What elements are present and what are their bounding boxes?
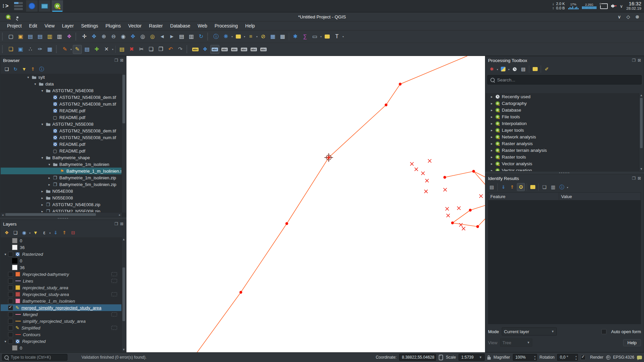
crs-button[interactable]: EPSG:4326	[613, 355, 634, 360]
layer-visibility-checkbox[interactable]	[8, 272, 13, 277]
toolbar-grip[interactable]	[2, 33, 5, 40]
menu-edit[interactable]: Edit	[25, 22, 41, 29]
add-selected-layer-button[interactable]: ❏	[3, 65, 11, 73]
tree-expander-icon[interactable]: ▾	[40, 156, 45, 160]
layer-visibility-checkbox[interactable]	[8, 252, 13, 257]
vertex-tool-button[interactable]: ✕▾	[102, 45, 111, 54]
paste-features-button[interactable]: ❐	[156, 45, 165, 54]
toolbox-gear-button[interactable]: ✱	[291, 32, 300, 41]
remove-layer-button[interactable]: ⊟	[69, 229, 77, 237]
show-hide-labels-button[interactable]: abc	[230, 45, 239, 54]
maximize-button[interactable]: ◇	[626, 14, 630, 19]
identify-features-button[interactable]: ⓘ	[212, 32, 221, 41]
toolbox-group-network-analysis[interactable]: ▸Network analysis	[486, 133, 643, 140]
highlight-pinned-labels-button[interactable]: abc	[210, 45, 219, 54]
panel-splitter[interactable]: ••••••	[0, 217, 126, 220]
panel-splitter[interactable]: ••••••	[485, 172, 644, 174]
expand-tree-button[interactable]: ⇓	[499, 183, 507, 191]
expand-all-layers-button[interactable]: ⇓	[52, 229, 60, 237]
layer-visibility-checkbox[interactable]	[8, 332, 13, 337]
menu-vector[interactable]: Vector	[124, 22, 145, 29]
map-canvas[interactable]	[126, 56, 485, 352]
browser-item-readme-pdf[interactable]: README.pdf	[1, 141, 126, 147]
toolbox-group-vector-analysis[interactable]: ▸Vector analysis	[486, 160, 643, 167]
select-features-button[interactable]: ▾	[234, 32, 243, 41]
browser-item-astgtm2-n54e008-zip[interactable]: ▸❐ASTGTM2_N54E008.zip	[1, 201, 126, 208]
edit-features-in-place-button[interactable]	[531, 65, 539, 73]
virtual-desktop-pager[interactable]	[14, 2, 23, 10]
layer-item-simplified[interactable]: ✎Simplified	[1, 324, 126, 331]
cpu-monitor[interactable]: 17%	[568, 3, 579, 9]
zoom-full-button[interactable]: ✥	[128, 32, 138, 41]
layer-item-contours[interactable]: Contours	[1, 331, 126, 338]
data-source-manager-button[interactable]: ❏	[6, 45, 15, 54]
tree-expander-icon[interactable]: ▸	[40, 196, 45, 200]
print-response-button[interactable]: ▥	[549, 183, 557, 191]
help-button[interactable]: Help	[623, 339, 641, 346]
clock[interactable]: 16:32 28.02.19	[626, 1, 641, 11]
dropdown-arrow-icon[interactable]: ▾	[342, 35, 344, 38]
tray-expander-icon[interactable]: ∨	[620, 4, 623, 9]
toolbox-group-vector-creation[interactable]: ▸Vector creation	[486, 167, 643, 171]
browser-item-readme-pdf[interactable]: README.pdf	[1, 107, 126, 114]
toolbox-group-cartography[interactable]: ▸Cartography	[486, 100, 643, 107]
zoom-out-button[interactable]: ⊖	[109, 32, 118, 41]
show-bookmarks-button[interactable]: ▥	[187, 32, 196, 41]
browser-item-bathymetrie-1m-isolinien-zip[interactable]: ▸❐Bathymetrie_1m_isolinien.zip	[1, 174, 126, 181]
delete-selected-button[interactable]: ✖	[127, 45, 136, 54]
tree-expander-icon[interactable]: ▸	[489, 102, 494, 105]
menu-raster[interactable]: Raster	[145, 22, 166, 29]
layer-visibility-checkbox[interactable]	[8, 285, 13, 290]
tree-expander-icon[interactable]: ▸	[489, 108, 494, 112]
browser-item-bathymetrie-1m-isolinien[interactable]: ▾Bathymetrie_1m_isolinien	[1, 161, 126, 168]
browser-item-n054e008[interactable]: ▸N054E008	[1, 188, 126, 194]
tree-expander-icon[interactable]: ▸	[489, 122, 494, 125]
browser-item-readme-pdf[interactable]: ▢README.pdf	[1, 114, 126, 121]
tree-expander-icon[interactable]: ▸	[40, 203, 45, 206]
toolbar-grip[interactable]	[56, 46, 59, 53]
toolbox-group-recently-used[interactable]: ▸Recently used	[486, 93, 643, 100]
toolbox-group-raster-terrain-analysis[interactable]: ▸Raster terrain analysis	[486, 147, 643, 154]
zoom-native-button[interactable]: ◉	[119, 32, 128, 41]
copy-features-button[interactable]: ❏	[147, 45, 156, 54]
tree-expander-icon[interactable]: ▾	[25, 75, 31, 79]
tree-expander-icon[interactable]: ▸	[489, 95, 494, 99]
text-annotation-button[interactable]: T▾	[332, 32, 341, 41]
copy-feature-button[interactable]: ❏	[540, 183, 548, 191]
lock-scale-icon[interactable]	[487, 357, 491, 360]
layer-item-reprojected-study-area[interactable]: Reprojected_study-area	[1, 291, 126, 298]
layer-item-lines[interactable]: Lines	[1, 278, 126, 284]
layer-visibility-checkbox[interactable]	[8, 339, 13, 344]
filter-legend-button[interactable]: ▼	[32, 229, 40, 237]
scale-select[interactable]: 1:5739 ▼	[459, 354, 485, 361]
dropdown-arrow-icon[interactable]: ▾	[70, 48, 72, 51]
zoom-to-layer-button[interactable]: ◎	[138, 32, 147, 41]
zoom-last-button[interactable]: ◄	[158, 32, 167, 41]
menu-project[interactable]: Project	[3, 22, 25, 29]
refresh-browser-button[interactable]: ↻	[11, 65, 19, 73]
layer-visibility-checkbox[interactable]	[8, 319, 13, 324]
tree-expander-icon[interactable]: ▸	[489, 169, 494, 171]
identify-form-view-button[interactable]: ▤	[488, 183, 496, 191]
layers-close-icon[interactable]: ⊠	[120, 222, 123, 226]
feature-column-header[interactable]: Feature	[488, 193, 559, 200]
tree-expander-icon[interactable]: ▾	[33, 82, 38, 86]
memory-layer-indicator-icon[interactable]	[111, 292, 117, 296]
tree-expander-icon[interactable]: ▸	[489, 155, 494, 159]
new-project-button[interactable]: ▢	[6, 32, 15, 41]
save-project-as-button[interactable]: ▤	[36, 32, 45, 41]
layer-visibility-checkbox[interactable]	[8, 305, 13, 310]
pin-labels-button[interactable]: abc	[220, 45, 229, 54]
toolbar-grip[interactable]	[75, 33, 78, 40]
browser-item-data[interactable]: ▾data	[1, 80, 126, 87]
toolbox-float-icon[interactable]: ❐	[632, 58, 636, 63]
toolbar-grip[interactable]	[186, 46, 189, 53]
toolbox-close-icon[interactable]: ⊠	[638, 58, 641, 63]
show-layout-manager-button[interactable]: ▥	[55, 32, 64, 41]
tree-expander-icon[interactable]: ▸	[489, 148, 494, 152]
toolbox-group-interpolation[interactable]: ▸Interpolation	[486, 120, 643, 127]
tree-expander-icon[interactable]: ▸	[40, 189, 45, 193]
tree-expander-icon[interactable]: ▸	[489, 128, 494, 132]
layer-item-36[interactable]: 36	[1, 244, 126, 251]
toolbox-vscrollbar[interactable]: ▲ ▼	[639, 93, 643, 171]
